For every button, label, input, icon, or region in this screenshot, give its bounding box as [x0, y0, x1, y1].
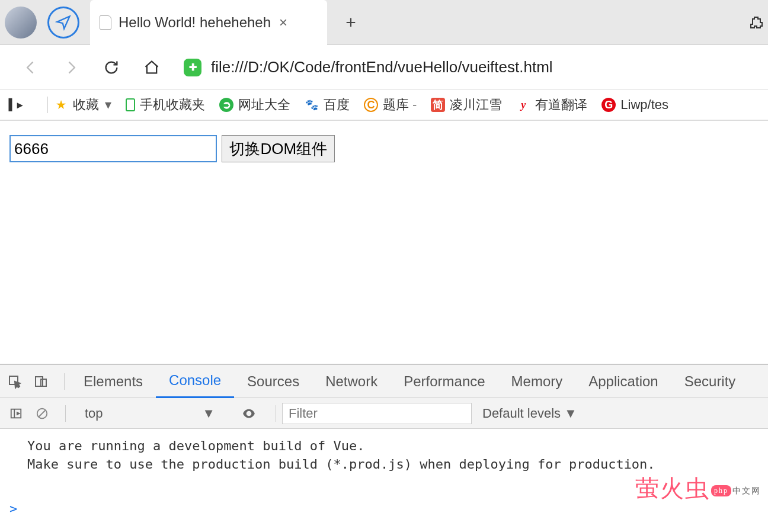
security-shield-icon: ✚ [184, 59, 201, 76]
profile-avatar[interactable] [5, 7, 37, 39]
log-levels-selector[interactable]: Default levels▼ [482, 406, 577, 421]
console-toolbar: top▼ Default levels▼ [0, 398, 768, 429]
text-input[interactable] [9, 135, 217, 162]
console-prompt[interactable]: > [0, 500, 768, 532]
bookmark-youdao[interactable]: y有道翻译 [516, 96, 587, 114]
device-toggle-icon[interactable] [32, 373, 50, 390]
bookmark-label: 手机收藏夹 [140, 96, 205, 114]
devtools-tab-security[interactable]: Security [671, 365, 749, 398]
clear-console-icon[interactable] [33, 405, 51, 422]
devtools-tab-performance[interactable]: Performance [391, 365, 498, 398]
back-button[interactable] [19, 56, 43, 79]
bookmark-label: 题库 [383, 96, 409, 114]
bookmark-label: 收藏 [73, 96, 99, 114]
devtools-tab-memory[interactable]: Memory [498, 365, 576, 398]
svg-line-6 [39, 410, 46, 416]
separator [47, 97, 48, 113]
extensions-icon[interactable] [749, 15, 763, 30]
bookmark-mobile[interactable]: 手机收藏夹 [126, 96, 205, 114]
toggle-dom-button[interactable]: 切换DOM组件 [222, 135, 335, 162]
live-expression-icon[interactable] [240, 405, 258, 422]
bookmark-lingchuan[interactable]: 简凌川江雪 [431, 96, 502, 114]
bookmark-label: Liwp/tes [620, 97, 668, 113]
separator [65, 405, 66, 422]
bookmark-liwp[interactable]: GLiwp/tes [601, 97, 668, 113]
browser-tab-active[interactable]: Hello World! heheheheh × [90, 0, 327, 45]
svg-rect-2 [41, 379, 46, 386]
svg-rect-1 [36, 377, 43, 386]
devtools-tab-elements[interactable]: Elements [71, 365, 156, 398]
bookmark-label: 凌川江雪 [450, 96, 502, 114]
separator [276, 405, 276, 422]
devtools-tab-network[interactable]: Network [312, 365, 391, 398]
bookmark-label: 网址大全 [238, 96, 290, 114]
bookmark-baidu[interactable]: 🐾百度 [305, 96, 350, 114]
context-label: top [85, 406, 103, 421]
url-text: file:///D:/OK/Code/frontEnd/vueHello/vue… [211, 58, 553, 76]
url-box[interactable]: ✚ file:///D:/OK/Code/frontEnd/vueHello/v… [184, 53, 757, 82]
console-filter-input[interactable] [282, 403, 472, 424]
tab-close-icon[interactable]: × [279, 14, 287, 31]
tab-title: Hello World! heheheheh [119, 14, 271, 31]
devtools-tab-application[interactable]: Application [575, 365, 671, 398]
navigation-send-icon[interactable] [47, 7, 79, 39]
context-selector[interactable]: top▼ [79, 406, 221, 421]
devtools-tab-console[interactable]: Console [156, 365, 234, 398]
levels-label: Default levels [482, 406, 561, 421]
address-bar: ✚ file:///D:/OK/Code/frontEnd/vueHello/v… [0, 45, 768, 90]
reload-button[interactable] [100, 56, 123, 79]
separator [64, 373, 65, 390]
page-icon [100, 15, 111, 30]
inspect-element-icon[interactable] [6, 373, 24, 390]
browser-tab-strip: Hello World! heheheheh × + [0, 0, 768, 45]
new-tab-button[interactable]: + [339, 11, 363, 34]
bookmark-nav[interactable]: ➲网址大全 [219, 96, 290, 114]
page-content: 切换DOM组件 [0, 121, 768, 364]
forward-button[interactable] [59, 56, 83, 79]
bookmark-label: 百度 [324, 96, 350, 114]
home-button[interactable] [140, 56, 164, 79]
sidebar-toggle-icon[interactable]: ▍▸ [8, 98, 27, 112]
bookmark-tiku[interactable]: C题库- [364, 96, 417, 114]
devtools-tabs: Elements Console Sources Network Perform… [0, 365, 768, 398]
console-output: You are running a development build of V… [0, 429, 768, 500]
bookmark-label: 有道翻译 [535, 96, 587, 114]
console-sidebar-toggle-icon[interactable] [7, 405, 25, 422]
devtools-panel: Elements Console Sources Network Perform… [0, 364, 768, 532]
bookmarks-bar: ▍▸ ★收藏▾ 手机收藏夹 ➲网址大全 🐾百度 C题库- 简凌川江雪 y有道翻译… [0, 90, 768, 121]
bookmark-favorites[interactable]: ★收藏▾ [54, 96, 111, 114]
devtools-tab-sources[interactable]: Sources [234, 365, 312, 398]
